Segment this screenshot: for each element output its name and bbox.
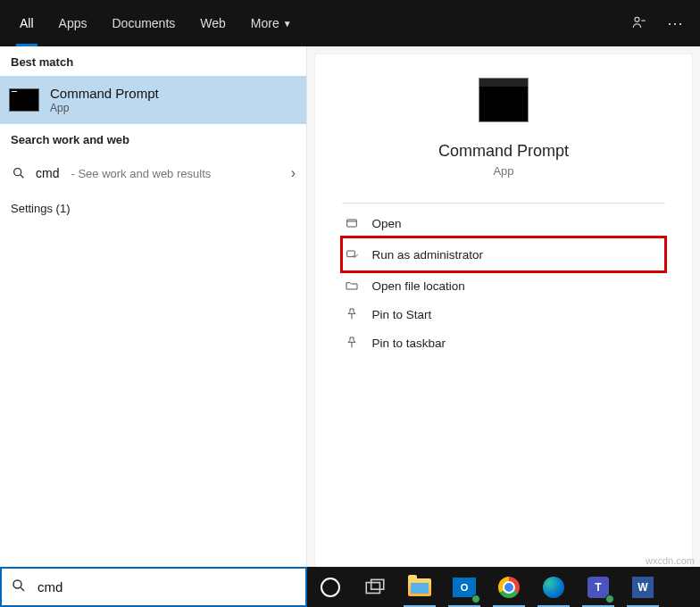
svg-rect-10 [366,582,379,593]
more-options-icon[interactable]: ⋯ [657,5,693,41]
settings-label: Settings (1) [11,202,70,215]
best-match-heading: Best match [0,46,306,76]
chrome-button[interactable] [488,567,530,607]
edge-icon [543,577,564,598]
search-tabs: All Apps Documents Web More▼ ⋯ [0,0,700,46]
cmd-icon [9,88,39,112]
preview-card: Command Prompt App Open Run as administr… [314,54,693,600]
admin-icon [344,247,360,262]
word-icon: W [632,577,654,598]
folder-icon [344,279,360,293]
action-label: Run as administrator [372,248,484,262]
outlook-icon: O [453,578,476,597]
file-explorer-button[interactable] [398,567,441,607]
tab-more[interactable]: More▼ [238,0,304,46]
best-match-subtitle: App [50,102,159,114]
tab-label: More [251,16,279,30]
open-icon [344,216,360,230]
cmd-large-icon [479,78,529,122]
chevron-down-icon: ▼ [283,19,292,29]
teams-icon: T [588,577,609,598]
search-icon [11,578,27,597]
action-label: Pin to Start [372,308,432,321]
svg-point-0 [635,17,639,21]
outlook-button[interactable]: O [443,567,486,607]
action-label: Pin to taskbar [372,337,446,350]
svg-point-8 [13,580,21,588]
cortana-icon [321,578,340,597]
status-badge [471,595,480,603]
word-button[interactable]: W [621,567,664,607]
tab-label: Web [200,16,226,30]
search-input-bar[interactable] [0,567,307,607]
action-list: Open Run as administrator Open file loca… [342,209,666,357]
search-web-heading: Search work and web [0,124,306,154]
task-view-icon [363,576,387,599]
preview-column: Command Prompt App Open Run as administr… [307,46,700,607]
status-badge [605,595,614,603]
tab-documents[interactable]: Documents [99,0,188,46]
svg-rect-3 [346,220,356,227]
tab-label: Apps [59,16,88,30]
action-pin-taskbar[interactable]: Pin to taskbar [342,328,666,357]
tab-label: All [20,16,34,30]
folder-icon [408,578,431,596]
taskbar: O T W [307,567,700,607]
best-match-title: Command Prompt [50,86,159,102]
svg-line-9 [21,587,24,591]
search-icon [11,166,27,180]
action-open[interactable]: Open [342,209,666,237]
chrome-icon [498,577,520,598]
best-match-text: Command Prompt App [50,86,159,114]
web-hint: - See work and web results [71,167,211,180]
watermark: wxcdn.com [646,555,695,566]
action-pin-start[interactable]: Pin to Start [342,300,666,328]
chevron-right-icon: › [291,165,296,181]
edge-button[interactable] [532,567,575,607]
action-run-as-admin[interactable]: Run as administrator [342,237,666,271]
preview-title: Command Prompt [438,142,569,161]
action-label: Open file location [372,279,465,293]
tab-all[interactable]: All [7,0,46,46]
tab-web[interactable]: Web [188,0,238,46]
web-search-result[interactable]: cmd - See work and web results › [0,154,306,193]
windows-search-panel: All Apps Documents Web More▼ ⋯ Best matc… [0,0,700,607]
tab-label: Documents [112,16,175,30]
settings-group[interactable]: Settings (1) [0,193,306,224]
action-label: Open [372,217,402,230]
tab-apps[interactable]: Apps [46,0,100,46]
pin-icon [344,307,360,321]
search-body: Best match Command Prompt App Search wor… [0,46,700,607]
teams-button[interactable]: T [577,567,620,607]
search-input[interactable] [36,578,296,595]
action-open-file-location[interactable]: Open file location [342,271,666,300]
web-query: cmd [36,166,59,180]
svg-line-2 [21,175,23,178]
best-match-item[interactable]: Command Prompt App [0,76,306,124]
svg-rect-11 [371,579,384,589]
results-column: Best match Command Prompt App Search wor… [0,46,307,607]
divider [342,203,666,204]
cortana-button[interactable] [309,567,352,607]
pin-icon [344,336,360,350]
task-view-button[interactable] [354,567,396,607]
preview-subtitle: App [493,164,513,178]
svg-point-1 [14,169,21,176]
feedback-icon[interactable] [621,5,657,41]
